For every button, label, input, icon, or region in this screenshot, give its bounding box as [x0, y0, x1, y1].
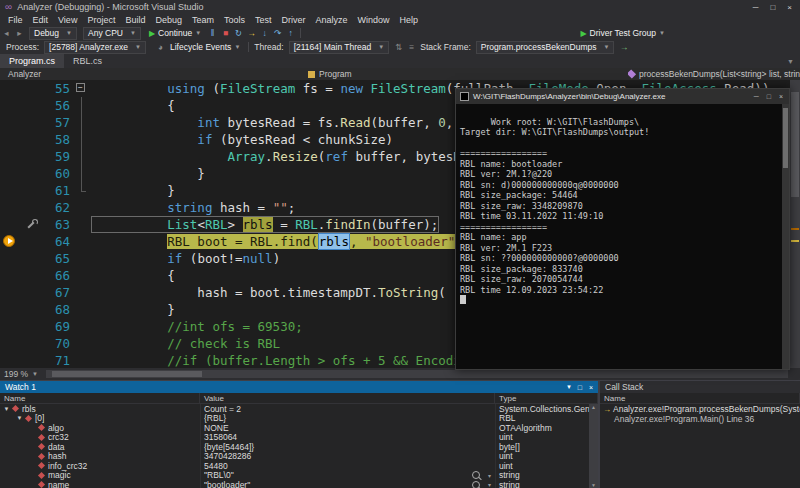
expander-icon[interactable]: ▼: [15, 415, 24, 421]
line-number[interactable]: 70: [0, 335, 72, 352]
column-divider[interactable]: [495, 404, 496, 488]
stop-debugging-icon[interactable]: ■: [219, 28, 232, 38]
watch-scrollbar[interactable]: ▲▼: [589, 404, 598, 488]
visualizer-caret-icon[interactable]: ▾: [488, 481, 491, 488]
watch-row[interactable]: ▼rblsCount = 2System.Collections.Generic…: [0, 404, 598, 414]
line-number[interactable]: 69: [0, 318, 72, 335]
expander-icon[interactable]: ▼: [2, 406, 11, 412]
watch-row[interactable]: info_crc3254480uint: [0, 461, 598, 471]
line-number[interactable]: 61: [0, 182, 72, 199]
step-into-icon[interactable]: ↓: [258, 28, 271, 38]
watch-column-type[interactable]: Type: [495, 393, 598, 403]
watch-row[interactable]: data{byte[54464]}byte[]: [0, 442, 598, 452]
editor-horizontal-scrollbar[interactable]: [46, 370, 788, 378]
line-number[interactable]: 59: [0, 148, 72, 165]
watch-row[interactable]: algoNONEOTAAlgorithm: [0, 423, 598, 433]
breadcrumb-project[interactable]: Analyzer: [0, 69, 308, 79]
line-number[interactable]: 67: [0, 284, 72, 301]
window-position-icon[interactable]: ▾: [567, 383, 571, 391]
editor-vertical-scrollbar[interactable]: [790, 80, 800, 368]
lifecycle-events-button[interactable]: ◕ Lifecycle Events ▼: [149, 41, 245, 53]
menu-debug[interactable]: Debug: [150, 15, 187, 25]
visualizer-caret-icon[interactable]: ▾: [488, 472, 491, 479]
break-all-icon[interactable]: ‖: [206, 28, 219, 38]
goto-frame-icon[interactable]: →: [617, 42, 630, 52]
magnifier-icon[interactable]: [472, 481, 480, 488]
line-number[interactable]: 68: [0, 301, 72, 318]
console-window[interactable]: W:\GIT\FlashDumps\Analyzer\bin\Debug\Ana…: [455, 88, 790, 370]
watch-row[interactable]: magic"RBL\0"▾string: [0, 471, 598, 481]
tab-program-cs[interactable]: Program.cs: [0, 54, 64, 68]
menu-test[interactable]: Test: [250, 15, 277, 25]
line-number[interactable]: 65: [0, 250, 72, 267]
menu-build[interactable]: Build: [120, 15, 150, 25]
step-out-icon[interactable]: ↑: [284, 28, 297, 38]
call-stack-frame[interactable]: →Analyzer.exe!Program.processBekenDumps(…: [600, 404, 800, 414]
menu-view[interactable]: View: [53, 15, 82, 25]
threads-list-icon[interactable]: ≡: [405, 42, 418, 52]
minimize-button[interactable]: ─: [753, 3, 759, 12]
line-number[interactable]: 57: [0, 114, 72, 131]
line-number[interactable]: 56: [0, 97, 72, 114]
scrollbar-thumb[interactable]: [52, 371, 202, 377]
menu-help[interactable]: Help: [395, 15, 424, 25]
menu-edit[interactable]: Edit: [28, 15, 54, 25]
step-over-icon[interactable]: ↷: [271, 28, 284, 38]
tab-overflow-icon[interactable]: ▼: [787, 54, 800, 68]
console-close-button[interactable]: ×: [779, 93, 783, 100]
continue-button[interactable]: ▶ Continue ▼: [144, 27, 206, 39]
console-title-bar[interactable]: W:\GIT\FlashDumps\Analyzer\bin\Debug\Ana…: [456, 89, 789, 104]
console-minimize-button[interactable]: ─: [754, 93, 759, 100]
watch-row[interactable]: ▼[0]{RBL}RBL: [0, 414, 598, 424]
stack-frame-dropdown[interactable]: Program.processBekenDumps▼: [476, 41, 615, 54]
line-number[interactable]: 62: [0, 199, 72, 216]
restart-icon[interactable]: ↻: [232, 28, 245, 38]
console-maximize-button[interactable]: □: [767, 93, 771, 100]
magnifier-icon[interactable]: [472, 471, 480, 479]
line-number[interactable]: 66: [0, 267, 72, 284]
pin-icon[interactable]: □: [578, 384, 582, 391]
nav-backward-icon[interactable]: ◂: [0, 28, 13, 38]
watch-title-bar[interactable]: Watch 1 ▾ □ ×: [0, 381, 598, 393]
menu-analyze[interactable]: Analyze: [311, 15, 353, 25]
watch-column-name[interactable]: Name: [0, 393, 200, 403]
watch-row[interactable]: name"bootloader"▾string: [0, 480, 598, 488]
menu-project[interactable]: Project: [82, 15, 120, 25]
watch-row[interactable]: hash3470428286uint: [0, 452, 598, 462]
thread-dropdown[interactable]: [21164] Main Thread▼: [289, 41, 390, 54]
line-number[interactable]: 55: [0, 80, 72, 97]
close-panel-icon[interactable]: ×: [589, 384, 593, 391]
nav-forward-icon[interactable]: ▸: [13, 28, 26, 38]
line-number[interactable]: 58: [0, 131, 72, 148]
current-statement-arrow-icon[interactable]: [3, 235, 15, 247]
menu-tools[interactable]: Tools: [219, 15, 250, 25]
menu-driver[interactable]: Driver: [277, 15, 311, 25]
menu-file[interactable]: File: [3, 15, 28, 25]
close-button[interactable]: ×: [787, 3, 792, 12]
console-scrollbar[interactable]: [782, 104, 789, 369]
watch-row[interactable]: crc323158064uint: [0, 433, 598, 443]
tab-rbl-cs[interactable]: RBL.cs: [64, 54, 111, 68]
solution-config-dropdown[interactable]: Debug▼: [29, 27, 77, 40]
show-next-statement-icon[interactable]: →: [245, 28, 258, 38]
flag-threads-icon[interactable]: ⇅: [392, 42, 405, 52]
column-divider[interactable]: [200, 404, 201, 488]
platform-dropdown[interactable]: Any CPU▼: [83, 27, 141, 40]
watch-type-cell: RBL: [495, 413, 598, 423]
test-group-dropdown[interactable]: ▶ Driver Test Group ▼: [575, 27, 670, 39]
menu-team[interactable]: Team: [187, 15, 219, 25]
scrollbar-thumb[interactable]: [791, 92, 799, 197]
breadcrumb-member[interactable]: processBekenDumps(List<string> list, str…: [628, 69, 800, 79]
line-number[interactable]: 60: [0, 165, 72, 182]
call-stack-frame[interactable]: Analyzer.exe!Program.Main() Line 36: [600, 414, 800, 424]
line-number[interactable]: 71: [0, 352, 72, 368]
menu-window[interactable]: Window: [353, 15, 395, 25]
call-stack-column-name[interactable]: Name: [600, 393, 800, 403]
call-stack-title-bar[interactable]: Call Stack: [600, 381, 800, 393]
maximize-button[interactable]: □: [770, 3, 775, 12]
collapse-icon[interactable]: [72, 80, 92, 97]
breadcrumb-type[interactable]: Program: [308, 69, 628, 79]
zoom-dropdown[interactable]: 199 % ▼: [0, 369, 42, 379]
watch-column-value[interactable]: Value: [200, 393, 495, 403]
process-dropdown[interactable]: [25788] Analyzer.exe▼: [44, 41, 146, 54]
